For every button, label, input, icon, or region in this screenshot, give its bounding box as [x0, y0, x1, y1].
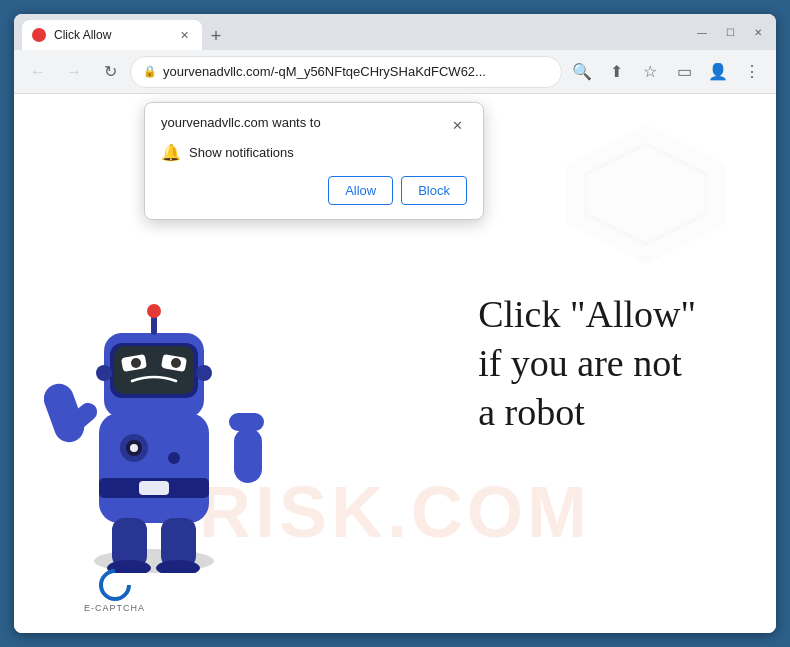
lock-icon: 🔒	[143, 65, 157, 78]
close-button[interactable]: ✕	[748, 22, 768, 42]
forward-button[interactable]: →	[58, 56, 90, 88]
title-bar: Click Allow ✕ + — ☐ ✕	[14, 14, 776, 50]
svg-point-13	[131, 358, 141, 368]
sidebar-icon-button[interactable]: ▭	[668, 56, 700, 88]
toolbar-icons: 🔍 ⬆ ☆ ▭ 👤 ⋮	[566, 56, 768, 88]
reload-button[interactable]: ↻	[94, 56, 126, 88]
robot-illustration	[44, 253, 264, 573]
main-text-line2: if you are not	[478, 339, 696, 388]
svg-rect-3	[139, 481, 169, 495]
popup-close-button[interactable]: ✕	[447, 115, 467, 135]
bookmark-icon-button[interactable]: ☆	[634, 56, 666, 88]
new-tab-button[interactable]: +	[202, 22, 230, 50]
window-controls: — ☐ ✕	[692, 22, 768, 42]
notification-popup: yourvenadvllc.com wants to ✕ 🔔 Show noti…	[144, 102, 484, 220]
main-page-text: Click "Allow" if you are not a robot	[478, 289, 696, 437]
notification-text: Show notifications	[189, 145, 294, 160]
toolbar: ← → ↻ 🔒 yourvenadvllc.com/-qM_y56NFtqeCH…	[14, 50, 776, 94]
svg-point-6	[130, 444, 138, 452]
svg-point-7	[168, 452, 180, 464]
main-text-line3: a robot	[478, 388, 696, 437]
page-content: RISK.COM	[14, 94, 776, 633]
main-text-line1: Click "Allow"	[478, 289, 696, 338]
search-icon-button[interactable]: 🔍	[566, 56, 598, 88]
popup-header: yourvenadvllc.com wants to ✕	[161, 115, 467, 135]
svg-rect-1	[99, 413, 209, 523]
share-icon-button[interactable]: ⬆	[600, 56, 632, 88]
url-text: yourvenadvllc.com/-qM_y56NFtqeCHrySHaKdF…	[163, 64, 549, 79]
profile-icon-button[interactable]: 👤	[702, 56, 734, 88]
svg-point-14	[171, 358, 181, 368]
svg-point-18	[147, 304, 161, 318]
browser-window: Click Allow ✕ + — ☐ ✕ ← → ↻ 🔒 yourvenadv…	[14, 14, 776, 633]
bell-icon: 🔔	[161, 143, 181, 162]
popup-buttons: Allow Block	[161, 176, 467, 205]
maximize-button[interactable]: ☐	[720, 22, 740, 42]
svg-point-15	[96, 365, 112, 381]
minimize-button[interactable]: —	[692, 22, 712, 42]
tab-favicon	[32, 28, 46, 42]
menu-icon-button[interactable]: ⋮	[736, 56, 768, 88]
back-button[interactable]: ←	[22, 56, 54, 88]
svg-rect-22	[234, 428, 262, 483]
tab-close-button[interactable]: ✕	[176, 27, 192, 43]
ecaptcha-label: E-CAPTCHA	[84, 603, 145, 613]
active-tab[interactable]: Click Allow ✕	[22, 20, 202, 50]
svg-point-16	[196, 365, 212, 381]
popup-title: yourvenadvllc.com wants to	[161, 115, 321, 130]
background-logo	[546, 114, 746, 274]
ecaptcha-c-icon	[92, 562, 137, 607]
tab-title: Click Allow	[54, 28, 111, 42]
popup-notification-row: 🔔 Show notifications	[161, 143, 467, 162]
ecaptcha-logo: E-CAPTCHA	[84, 569, 145, 613]
allow-button[interactable]: Allow	[328, 176, 393, 205]
address-bar[interactable]: 🔒 yourvenadvllc.com/-qM_y56NFtqeCHrySHaK…	[130, 56, 562, 88]
block-button[interactable]: Block	[401, 176, 467, 205]
tab-area: Click Allow ✕ +	[22, 14, 684, 50]
